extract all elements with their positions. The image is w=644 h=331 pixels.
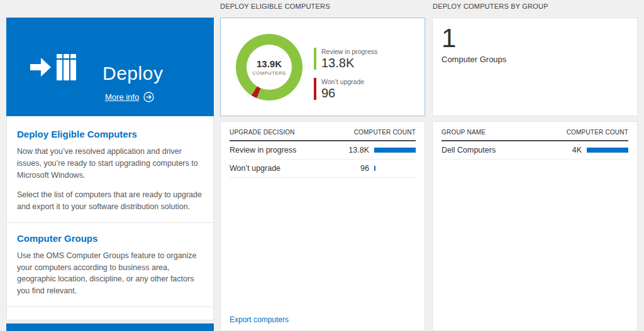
table-row[interactable]: Dell Computers 4K [441,141,628,160]
section-divider [7,222,213,223]
count-bar [374,148,416,153]
upgrade-decision-table: UPGRADE DECISION COMPUTER COUNT Review i… [220,121,425,331]
row-label: Review in progress [230,146,345,155]
legend-value: 13.8K [321,56,377,70]
deploy-hero-tile: Deploy More info [6,18,214,116]
legend-label: Won’t upgrade [321,78,364,85]
eligible-computers-donut-tile[interactable]: 13.9K COMPUTERS Review in progress 13.8K… [220,18,425,116]
section-paragraph: Use the OMS Computer Groups feature to o… [17,250,203,297]
table-row[interactable]: Won’t upgrade 96 [230,160,416,178]
row-label: Won’t upgrade [230,164,345,173]
section-divider [7,307,213,307]
group-table: GROUP NAME COMPUTER COUNT Dell Computers… [432,121,638,331]
row-bar-track [374,148,416,153]
legend-color-bar [314,48,316,70]
group-count-value: 1 [441,23,628,53]
more-info-arrow-icon [143,92,154,102]
right-column-header: DEPLOY COMPUTERS BY GROUP [433,3,548,10]
left-description-panel: Deploy Eligible Computers Now that you’v… [6,116,214,320]
column-header-group-name: GROUP NAME [441,129,486,136]
more-info-link[interactable]: More info [105,92,154,102]
donut-chart: 13.9K COMPUTERS [236,34,303,100]
section-paragraph: Select the list of computers that are re… [17,189,203,213]
row-value: 96 [345,164,369,173]
table-header-row: UPGRADE DECISION COMPUTER COUNT [230,122,416,141]
row-bar-track [374,166,416,171]
legend-item-review-in-progress: Review in progress 13.8K [314,48,377,70]
section-heading-deploy-eligible: Deploy Eligible Computers [17,129,203,139]
export-computers-link[interactable]: Export computers [230,315,289,324]
legend-color-bar [314,78,316,100]
legend-item-wont-upgrade: Won’t upgrade 96 [314,78,377,100]
left-footer-bar [6,323,214,331]
donut-center-label: COMPUTERS [252,70,286,76]
table-row[interactable]: Review in progress 13.8K [230,141,416,160]
count-bar [374,166,375,171]
group-count-label: Computer Groups [441,55,628,64]
page-title: Deploy [103,63,163,84]
section-heading-computer-groups: Computer Groups [17,233,203,244]
legend-value: 96 [321,86,364,100]
row-bar-track [587,148,628,153]
row-value: 13.8K [345,146,369,155]
column-header-computer-count: COMPUTER COUNT [354,129,416,136]
donut-center: 13.9K COMPUTERS [247,45,292,90]
row-label: Dell Computers [441,146,558,155]
computer-groups-count-tile[interactable]: 1 Computer Groups [432,18,638,116]
deploy-dashboard: { "colors": { "accent_blue": "#0072c6", … [0,0,644,331]
column-header-computer-count: COMPUTER COUNT [567,129,628,136]
more-info-label: More info [105,92,139,102]
count-bar [587,148,628,153]
donut-center-value: 13.9K [257,58,282,69]
row-value: 4K [558,146,582,155]
deploy-icon [29,49,82,88]
donut-legend: Review in progress 13.8K Won’t upgrade 9… [314,48,377,108]
section-paragraph: Now that you’ve resolved application and… [17,146,203,181]
legend-label: Review in progress [321,48,377,55]
column-header-upgrade-decision: UPGRADE DECISION [230,129,295,136]
table-header-row: GROUP NAME COMPUTER COUNT [441,122,628,141]
middle-column-header: DEPLOY ELIGIBLE COMPUTERS [220,3,330,10]
